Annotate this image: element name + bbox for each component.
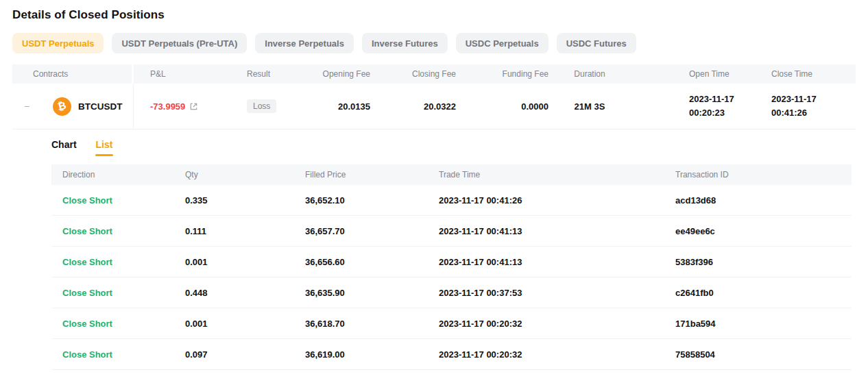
page-title: Details of Closed Positions — [0, 0, 868, 22]
opening-fee-value: 20.0135 — [288, 84, 370, 129]
positions-table: Contracts P&L Result Opening Fee Closing… — [0, 64, 868, 129]
trade-filled-price: 36,618.70 — [305, 308, 439, 338]
trade-transaction-id: acd13d68 — [675, 185, 852, 215]
trade-filled-price: 36,635.90 — [305, 277, 439, 308]
trade-qty: 0.001 — [185, 247, 305, 277]
trade-row: Close Short 0.097 36,619.00 2023-11-17 0… — [51, 339, 852, 370]
trade-direction: Close Short — [51, 277, 185, 308]
trade-time: 2023-11-17 00:37:53 — [439, 277, 675, 308]
bitcoin-icon: ₿ — [53, 97, 71, 116]
close-time-value: 2023-11-17 00:41:26 — [771, 94, 817, 119]
detail-view-tabs: Chart List — [51, 139, 852, 156]
col-filled-price: Filled Price — [305, 164, 439, 185]
trade-transaction-id: c2641fb0 — [675, 277, 852, 308]
trade-row: Close Short 0.001 36,618.70 2023-11-17 0… — [51, 308, 852, 339]
trade-qty: 0.335 — [185, 185, 305, 215]
trade-row: Close Short 0.335 36,652.10 2023-11-17 0… — [51, 185, 852, 216]
tab-inverse-perpetuals[interactable]: Inverse Perpetuals — [255, 33, 354, 53]
position-detail-section: Chart List Direction Qty Filled Price Tr… — [51, 139, 852, 370]
tab-usdt-perpetuals-pre-uta[interactable]: USDT Perpetuals (Pre-UTA) — [112, 33, 247, 53]
col-open-time: Open Time — [631, 64, 744, 84]
trades-table-header: Direction Qty Filled Price Trade Time Tr… — [51, 164, 852, 185]
trade-row: Close Short 0.448 36,635.90 2023-11-17 0… — [51, 277, 852, 308]
open-time-value: 2023-11-17 00:20:23 — [689, 94, 734, 119]
trade-direction: Close Short — [51, 339, 185, 369]
col-result: Result — [230, 64, 288, 84]
trade-qty: 0.111 — [185, 216, 305, 246]
trade-direction: Close Short — [51, 308, 185, 338]
col-qty: Qty — [185, 164, 305, 185]
contract-type-tabs: USDT Perpetuals USDT Perpetuals (Pre-UTA… — [12, 33, 856, 53]
tab-list[interactable]: List — [96, 139, 113, 156]
collapse-row-icon[interactable]: − — [24, 101, 35, 112]
duration-value: 21M 3S — [548, 84, 631, 129]
trade-qty: 0.097 — [185, 339, 305, 369]
trade-direction: Close Short — [51, 247, 185, 277]
col-closing-fee: Closing Fee — [370, 64, 456, 84]
positions-table-header: Contracts P&L Result Opening Fee Closing… — [12, 64, 856, 84]
trade-row: Close Short 0.111 36,657.70 2023-11-17 0… — [51, 216, 852, 247]
col-direction: Direction — [51, 164, 185, 185]
trade-filled-price: 36,652.10 — [305, 185, 439, 215]
col-trade-time: Trade Time — [439, 164, 675, 185]
trade-filled-price: 36,657.70 — [305, 216, 439, 246]
tab-inverse-futures[interactable]: Inverse Futures — [362, 33, 448, 53]
trade-transaction-id: ee49ee6c — [675, 216, 852, 246]
col-contracts: Contracts — [12, 64, 134, 84]
tab-usdc-futures[interactable]: USDC Futures — [557, 33, 636, 53]
tab-usdt-perpetuals[interactable]: USDT Perpetuals — [12, 33, 104, 53]
col-funding-fee: Funding Fee — [456, 64, 548, 84]
trade-qty: 0.001 — [185, 308, 305, 338]
trade-transaction-id: 5383f396 — [675, 247, 852, 277]
col-close-time: Close Time — [744, 64, 856, 84]
trade-qty: 0.448 — [185, 277, 305, 308]
trade-time: 2023-11-17 00:20:32 — [439, 308, 675, 338]
tab-usdc-perpetuals[interactable]: USDC Perpetuals — [456, 33, 548, 53]
trade-transaction-id: 171ba594 — [675, 308, 852, 338]
tab-chart[interactable]: Chart — [51, 139, 77, 156]
contract-symbol: BTCUSDT — [78, 101, 123, 112]
trade-direction: Close Short — [51, 185, 185, 215]
trade-transaction-id: 75858504 — [675, 339, 852, 369]
trades-table: Direction Qty Filled Price Trade Time Tr… — [51, 164, 852, 370]
funding-fee-value: 0.0000 — [456, 84, 548, 129]
pnl-value: -73.9959 — [150, 101, 185, 112]
trade-time: 2023-11-17 00:20:32 — [439, 339, 675, 369]
col-pnl: P&L — [134, 64, 230, 84]
position-row-btcusdt: − ₿ BTCUSDT -73.9959 Loss 20.0135 20.032… — [12, 84, 856, 129]
col-duration: Duration — [548, 64, 631, 84]
trade-filled-price: 36,619.00 — [305, 339, 439, 369]
share-pnl-icon[interactable] — [189, 102, 198, 111]
trade-time: 2023-11-17 00:41:13 — [439, 247, 675, 277]
trade-time: 2023-11-17 00:41:26 — [439, 185, 675, 215]
trade-time: 2023-11-17 00:41:13 — [439, 216, 675, 246]
col-opening-fee: Opening Fee — [288, 64, 370, 84]
closing-fee-value: 20.0322 — [370, 84, 456, 129]
trade-direction: Close Short — [51, 216, 185, 246]
trade-row: Close Short 0.001 36,656.60 2023-11-17 0… — [51, 247, 852, 277]
closed-positions-panel: Details of Closed Positions USDT Perpetu… — [0, 0, 868, 385]
result-badge: Loss — [247, 99, 276, 113]
trade-filled-price: 36,656.60 — [305, 247, 439, 277]
col-transaction-id: Transaction ID — [675, 164, 852, 185]
active-tab-underline — [95, 154, 113, 156]
